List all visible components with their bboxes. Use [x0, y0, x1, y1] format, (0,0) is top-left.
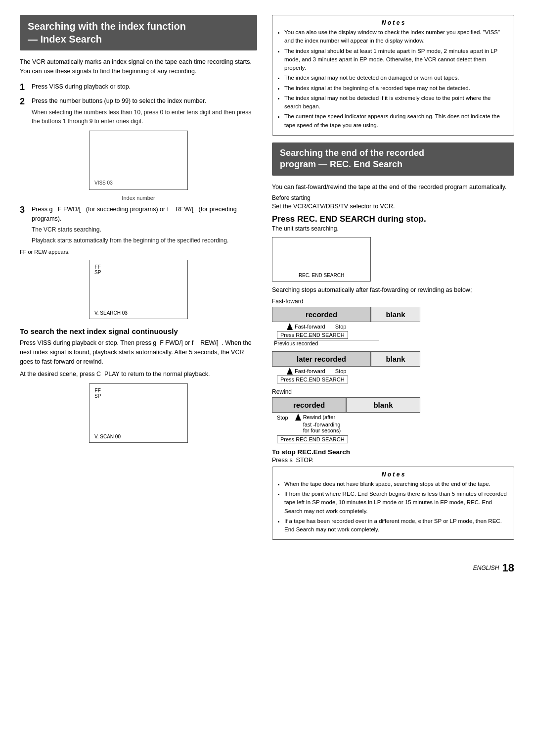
step-2-main: Press the number buttons (up to 99) to s… [32, 97, 206, 104]
section2-intro: You can fast-foward/rewind the tape at t… [272, 183, 514, 192]
diagram1-container: VISS 03 Index number [20, 131, 257, 201]
rewind-label: Rewind [272, 388, 514, 395]
footer-page: 18 [502, 562, 514, 574]
press-sub: The unit starts searching. [272, 225, 514, 232]
diagram3-inner1: FF [95, 388, 101, 393]
flow3-stop: Stop [277, 415, 288, 421]
flow-diagram-1: recorded blank Fast-forward Stop Press R… [272, 307, 514, 346]
diagram2-inner1: FF [95, 264, 101, 270]
notes1-item-1: You can also use the display window to c… [284, 28, 508, 46]
flow2-ff: Fast-forward [295, 368, 325, 374]
fast-foward-label: Fast-foward [272, 298, 514, 305]
step-3-sub2: Playback starts automatically from the b… [32, 236, 257, 245]
flow3-recorded: recorded [272, 397, 346, 413]
step-2-number: 2 [20, 96, 28, 107]
flow-diagram-3: recorded blank Stop Rewind (after [272, 397, 514, 443]
arrow-up-icon [287, 323, 293, 330]
step-3-number: 3 [20, 205, 28, 216]
section2-title-line2: program — REC. End Search [280, 159, 402, 169]
flow2-press: Press REC.END SEARCH [277, 376, 348, 383]
svg-marker-2 [295, 414, 301, 421]
diagram2-ff-label: FF or REW appears. [20, 249, 257, 255]
subsection-title-text: To search the next index signal continuo… [20, 327, 178, 335]
diagram1-label: Index number [20, 195, 257, 201]
section1-title-line1: Searching with the index function [28, 21, 186, 32]
flow1-press: Press REC.END SEARCH [277, 331, 348, 339]
flow2-top-row: later recorded blank [272, 351, 514, 367]
step-2: 2 Press the number buttons (up to 99) to… [20, 96, 257, 126]
step-1-number: 1 [20, 82, 28, 93]
flow1-ff: Fast-forward [295, 324, 325, 330]
diagram2-inner2: SP [94, 270, 101, 275]
notes2-item-3: If a tape has been recorded over in a di… [284, 517, 508, 534]
press-stop: Press s STOP. [272, 457, 514, 464]
notes1-item-2: The index signal should be at least 1 mi… [284, 47, 508, 73]
flow1-recorded: recorded [272, 307, 371, 322]
section1-intro: The VCR automatically marks an index sig… [20, 57, 257, 76]
right-column: N o t e s You can also use the display w… [272, 15, 514, 547]
flow3-rewind2: fast -forwarding [303, 422, 341, 427]
flow2-later: later recorded [272, 351, 371, 367]
step-1: 1 Press VISS during playback or stop. [20, 82, 257, 93]
diagram2-container: FF or REW appears. FF SP V. SEARCH 03 [20, 249, 257, 319]
step-2-sub: When selecting the numbers less than 10,… [32, 108, 257, 126]
notes1-item-6: The current tape speed indicator appears… [284, 112, 508, 130]
rec-end-inner: REC. END SEARCH [299, 273, 344, 278]
notes2-title: N o t e s [278, 471, 508, 478]
subsection-body1: Press VISS during playback or stop. Then… [20, 338, 257, 366]
to-stop-title: To stop REC.End Search [272, 448, 514, 456]
notes2-item-2: If from the point where REC. End Search … [284, 490, 508, 516]
press-heading: Press REC. END SEARCH during stop. [272, 214, 514, 224]
flow1-stop: Stop [335, 324, 347, 330]
diagram3-inner2: SP [94, 393, 101, 399]
flow-diagram-2: later recorded blank Fast-forward Stop P… [272, 351, 514, 383]
flow3-blank: blank [346, 397, 420, 413]
flow3-rewind: Rewind (after [303, 414, 335, 420]
notes1-list: You can also use the display window to c… [278, 28, 508, 130]
notes1-item-3: The index signal may not be detected on … [284, 74, 508, 82]
step-1-text: Press VISS during playback or stop. [32, 83, 131, 90]
section2-title-line1: Searching the end of the recorded [280, 148, 424, 158]
notes-box-2: N o t e s When the tape does not have bl… [272, 467, 514, 540]
section1-title-line2: — Index Search [28, 34, 102, 45]
diagram2-box: FF SP V. SEARCH 03 [89, 260, 188, 319]
diagram3-inner3: V. SCAN 00 [94, 434, 121, 439]
flow2-blank: blank [371, 351, 420, 367]
notes1-item-4: The index signal at the beginning of a r… [284, 84, 508, 93]
notes2-item-1: When the tape does not have blank space,… [284, 480, 508, 488]
flow1-blank: blank [371, 307, 420, 322]
search-auto: Searching stops automatically after fast… [272, 285, 514, 295]
svg-marker-0 [287, 323, 293, 330]
diagram3-container: FF SP V. SCAN 00 [20, 383, 257, 443]
left-column: Searching with the index function — Inde… [20, 15, 257, 547]
diagram1-box: VISS 03 [89, 131, 188, 190]
section1-header: Searching with the index function — Inde… [20, 15, 257, 50]
flow3-rewind3: for four secons) [303, 427, 341, 433]
flow3-press: Press REC.END SEARCH [277, 435, 348, 443]
footer: ENGLISH 18 [20, 562, 514, 574]
svg-marker-1 [287, 368, 293, 375]
step-3-sub1: The VCR starts searching. [32, 225, 257, 234]
arrow-up-icon2 [287, 368, 293, 375]
before-starting-detail: Set the VCR/CATV/DBS/TV selector to VCR. [272, 202, 514, 211]
diagram1-inner: VISS 03 [94, 180, 113, 186]
diagram2-inner3: V. SEARCH 03 [94, 310, 128, 316]
notes-box-1: N o t e s You can also use the display w… [272, 15, 514, 136]
notes1-title: N o t e s [278, 19, 508, 26]
subsection-body2: At the desired scene, press C PLAY to re… [20, 370, 257, 379]
flow2-stop: Stop [335, 368, 347, 374]
subsection-title: To search the next index signal continuo… [20, 327, 257, 335]
flow3-top-row: recorded blank [272, 397, 514, 413]
diagram3-box: FF SP V. SCAN 00 [89, 383, 188, 443]
step-3-main: Press g F FWD/[ (for succeeding programs… [32, 206, 237, 222]
before-starting: Before starting [272, 194, 514, 201]
flow1-top-row: recorded blank [272, 307, 514, 322]
rec-end-diagram: REC. END SEARCH [272, 237, 371, 282]
rec-end-diagram-container: REC. END SEARCH [272, 237, 514, 282]
flow1-prev: Previous recorded [274, 340, 381, 346]
arrow-up-icon3 [295, 414, 301, 421]
section2-header: Searching the end of the recorded progra… [272, 142, 514, 176]
notes1-item-5: The index signal may not be detected if … [284, 94, 508, 111]
notes2-list: When the tape does not have blank space,… [278, 480, 508, 534]
step-3: 3 Press g F FWD/[ (for succeeding progra… [20, 205, 257, 245]
